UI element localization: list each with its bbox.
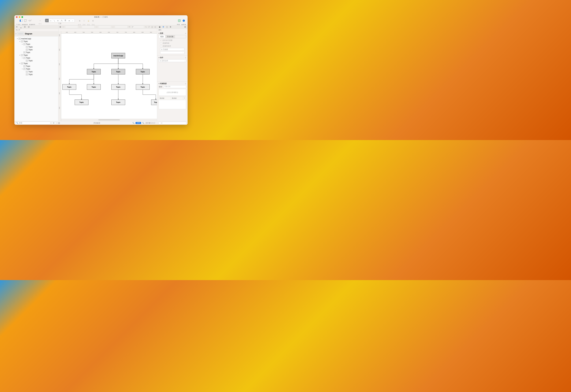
diagram-node[interactable]: Topi <box>151 99 157 105</box>
new-layout-icon[interactable]: + <box>24 19 27 23</box>
zoom-in-button[interactable]: 🔍 <box>142 122 145 124</box>
tab-other[interactable]: 其他对象 <box>165 35 175 38</box>
diagram-node[interactable]: macked.app <box>111 53 125 58</box>
diagram-node[interactable]: Topic <box>111 84 125 90</box>
align-bottom-icon[interactable]: ▁ <box>20 26 22 28</box>
ruler-horizontal[interactable]: 400450500550600650700750800850900950 <box>61 31 157 34</box>
diagram-node[interactable]: Topic <box>87 69 101 74</box>
note-textarea[interactable]: 点按以新增附注 <box>159 89 186 96</box>
disclosure-icon[interactable]: ▾ <box>19 63 20 64</box>
search-input[interactable]: 🔍 搜索 <box>15 122 50 125</box>
new-layer-icon[interactable]: + <box>28 19 32 23</box>
diagram-node[interactable]: Topic <box>111 99 125 105</box>
canvas[interactable]: macked.appTopicTopicTopicTopicTopicTopic… <box>61 34 157 119</box>
flip-h-icon[interactable]: ⇋ <box>145 26 147 28</box>
outline-row[interactable]: ATopic <box>15 70 58 73</box>
outline-row[interactable]: ▾ATopic <box>15 56 58 59</box>
canvas-tab-icon[interactable]: ▢ <box>166 26 168 28</box>
inspector-icon[interactable]: i <box>182 19 186 23</box>
chevron-down-icon[interactable]: ▾ <box>15 33 16 35</box>
angle-field[interactable]: 0° <box>131 26 144 28</box>
checkbox-to-group[interactable] <box>160 42 162 44</box>
disclosure-icon[interactable]: ▾ <box>21 68 23 70</box>
disclosure-icon[interactable]: ▾ <box>16 38 18 40</box>
disclosure-icon[interactable]: ▾ <box>21 43 23 45</box>
gear-dropdown[interactable]: ⚙▾ <box>51 122 56 125</box>
object-name-input[interactable]: 对象名称 <box>163 85 186 88</box>
data-table-body[interactable] <box>159 100 186 109</box>
document-tab-icon[interactable]: 🗎 <box>169 26 172 28</box>
diagram-node[interactable]: Topic <box>136 84 150 90</box>
h2-field[interactable] <box>115 26 128 28</box>
line-tool-icon[interactable]: ╲ <box>53 19 56 22</box>
style-picker[interactable]: ▾ <box>38 19 42 23</box>
distribute-icon[interactable]: ▥ <box>154 26 156 28</box>
disclosure-icon[interactable]: ▾ <box>19 55 20 56</box>
w-field[interactable] <box>98 26 111 28</box>
height2-icon[interactable]: ↨ <box>112 26 114 28</box>
titlebar[interactable]: 未命名 — 已编辑 <box>15 15 188 19</box>
page-header[interactable]: ▾ Diagram <box>15 31 58 36</box>
diagram-node[interactable]: Topic <box>75 99 88 105</box>
page-thumbnail[interactable] <box>18 32 24 35</box>
zoom-icon[interactable] <box>21 16 23 18</box>
connection-tabs[interactable]: 线条 其他对象 <box>159 35 186 38</box>
more-tools-icon[interactable]: › <box>71 19 74 22</box>
settings-tab-icon[interactable]: ⚙ <box>162 26 164 28</box>
magnet-select-2[interactable]: ⌄ <box>160 51 185 54</box>
outline-row[interactable]: ATopic <box>15 45 58 48</box>
disclosure-icon[interactable]: ▾ <box>21 57 23 59</box>
arrow-start-icon[interactable]: ↦ <box>62 26 65 28</box>
menu-icon[interactable]: ≡ <box>185 32 186 34</box>
action-select[interactable]: ⊘ 没有动作⌄ <box>159 59 186 62</box>
fit-window-button[interactable]: 适应窗口大小 <box>145 122 155 124</box>
pointer-tool-icon[interactable]: ➤ <box>45 19 49 22</box>
magnet-select[interactable]: ⊗ 无磁极⌄ <box>160 48 185 51</box>
layers-icon[interactable]: ≋ <box>15 26 18 28</box>
outline-row[interactable]: ATopic <box>15 48 58 51</box>
ruler-icon[interactable]: ⊞ <box>59 26 61 28</box>
disclosure-icon[interactable]: ▾ <box>19 41 20 42</box>
outline-row[interactable]: ATopic <box>15 73 58 76</box>
outline-row[interactable]: ▾ATopic <box>15 43 58 45</box>
rotate-icon[interactable]: ⟳ <box>128 26 131 28</box>
diagram-node[interactable]: Topic <box>62 84 76 90</box>
outline-row[interactable]: ATopic <box>15 59 58 62</box>
checkbox-to-component[interactable] <box>160 45 162 47</box>
tab-line[interactable]: 线条 <box>159 35 165 38</box>
outline-tree[interactable]: ▾Amacked.app▾ATopic▾ATopicATopicATopicAT… <box>15 36 58 121</box>
arrange-tool-icon[interactable]: ⇉ <box>67 19 71 22</box>
outline-icon[interactable]: ☰ <box>24 26 26 28</box>
ruler-vertical[interactable]: -100100200300400500 <box>59 31 61 121</box>
zoom-level[interactable]: 100% <box>135 122 141 124</box>
menu-icon[interactable]: ≡ <box>185 83 186 84</box>
menu-icon[interactable]: ≡ <box>185 57 186 58</box>
bring-front-icon[interactable]: ▣ <box>78 19 81 23</box>
outline-row[interactable]: ATopic <box>15 51 58 54</box>
object-tab-icon[interactable]: ▣ <box>158 26 161 28</box>
lock-icon[interactable]: 🔒 <box>87 19 90 23</box>
template-icon[interactable] <box>177 19 181 23</box>
outline-row[interactable]: ▾ATopic <box>15 62 58 65</box>
sidebar-toggle-icon[interactable] <box>19 19 23 23</box>
send-back-icon[interactable]: ▢ <box>82 19 86 23</box>
add-row-button[interactable]: + <box>183 97 186 100</box>
outline-row[interactable]: ▾ATopic <box>15 40 58 43</box>
zoom-out-button[interactable]: 🔍 <box>132 122 135 124</box>
diagram-node[interactable]: Topic <box>111 69 125 74</box>
style-dropdown[interactable] <box>162 122 186 124</box>
minimize-icon[interactable] <box>19 16 20 18</box>
align-icon[interactable]: ▤ <box>151 26 153 28</box>
x-field[interactable] <box>65 26 78 28</box>
height-icon[interactable]: ↕ <box>79 26 81 28</box>
width-icon[interactable]: ↔ <box>95 26 98 28</box>
h-field[interactable] <box>82 26 95 28</box>
shape-tool-icon[interactable]: ▭ <box>49 19 53 22</box>
diagram-node[interactable]: Topic <box>136 69 150 74</box>
scrollbar-horizontal[interactable] <box>61 119 157 121</box>
selection-icon[interactable]: ⊡ <box>28 26 30 28</box>
close-icon[interactable] <box>16 16 18 18</box>
group-icon[interactable]: ▦ <box>91 19 95 23</box>
diagram-node[interactable]: Topic <box>87 84 101 90</box>
outline-row[interactable]: ▾Amacked.app <box>15 37 58 40</box>
